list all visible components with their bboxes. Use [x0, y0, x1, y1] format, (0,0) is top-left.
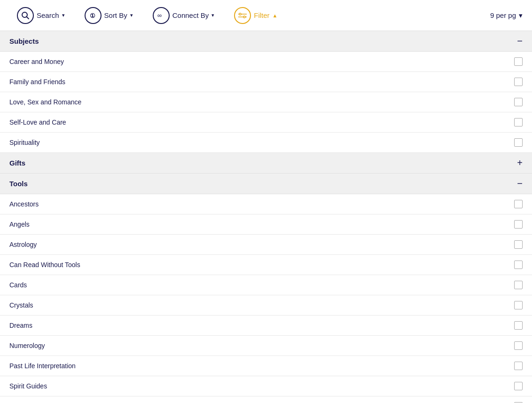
sortby-icon: ①	[89, 11, 97, 20]
connectby-label: Connect By	[172, 11, 209, 19]
filter-label-tools-9: Spirit Guides	[9, 382, 47, 390]
filter-row[interactable]: Love, Sex and Romance	[0, 92, 532, 112]
filter-label-tools-0: Ancestors	[9, 200, 39, 208]
filter-row[interactable]: Can Read Without Tools	[0, 255, 532, 275]
search-button[interactable]: Search ▾	[9, 3, 72, 28]
section-label-gifts: Gifts	[9, 159, 25, 167]
filter-checkbox-tools-2[interactable]	[514, 240, 523, 249]
filter-label-tools-8: Past Life Interpretation	[9, 362, 76, 370]
filter-row[interactable]: Ancestors	[0, 194, 532, 214]
section-label-tools: Tools	[9, 180, 28, 188]
search-chevron: ▾	[62, 12, 65, 18]
search-label: Search	[37, 11, 59, 19]
filter-checkbox-subjects-0[interactable]	[514, 57, 523, 66]
filter-row[interactable]: Astrology	[0, 235, 532, 255]
filter-checkbox-subjects-3[interactable]	[514, 118, 523, 126]
connectby-button[interactable]: ∞ Connect By ▾	[145, 3, 222, 28]
filter-icon	[238, 11, 247, 20]
filter-label-subjects-2: Love, Sex and Romance	[9, 98, 81, 106]
perpage-selector[interactable]: 9 per pg ▾	[490, 11, 523, 20]
filter-checkbox-tools-0[interactable]	[514, 200, 523, 208]
filter-label-subjects-0: Career and Money	[9, 58, 64, 65]
filter-checkbox-tools-9[interactable]	[514, 382, 523, 390]
filter-checkbox-subjects-2[interactable]	[514, 98, 523, 106]
filter-row[interactable]: Crystals	[0, 295, 532, 316]
filter-label-tools-6: Dreams	[9, 322, 32, 329]
section-header-tools[interactable]: Tools −	[0, 174, 532, 194]
filter-row[interactable]: Cards	[0, 275, 532, 295]
filter-row[interactable]: Self-Love and Care	[0, 112, 532, 133]
section-toggle-subjects: −	[517, 36, 523, 47]
filter-label-tools-4: Cards	[9, 281, 27, 289]
filter-row[interactable]: Family and Friends	[0, 72, 532, 92]
filter-checkbox-tools-7[interactable]	[514, 341, 523, 350]
svg-point-4	[239, 13, 241, 15]
section-header-subjects[interactable]: Subjects −	[0, 31, 532, 52]
filter-label-tools-2: Astrology	[9, 241, 37, 248]
svg-text:∞: ∞	[157, 12, 162, 19]
filter-label-subjects-3: Self-Love and Care	[9, 119, 66, 126]
filter-row[interactable]: Numerology	[0, 336, 532, 356]
filter-row[interactable]: Tarot	[0, 396, 532, 403]
filter-label-subjects-1: Family and Friends	[9, 78, 65, 86]
filter-checkbox-tools-3[interactable]	[514, 261, 523, 269]
filter-row[interactable]: Past Life Interpretation	[0, 356, 532, 376]
search-icon	[21, 11, 30, 20]
section-header-gifts[interactable]: Gifts +	[0, 153, 532, 174]
filter-label-tools-1: Angels	[9, 221, 30, 228]
filter-label-tools-3: Can Read Without Tools	[9, 261, 80, 269]
svg-point-5	[243, 16, 245, 18]
connectby-icon-circle: ∞	[153, 7, 170, 24]
section-toggle-gifts: +	[517, 158, 523, 168]
filter-label: Filter	[254, 11, 269, 19]
filter-checkbox-subjects-1[interactable]	[514, 78, 523, 86]
section-toggle-tools: −	[517, 178, 523, 189]
filter-list: Subjects − Career and Money Family and F…	[0, 31, 532, 403]
svg-line-1	[27, 16, 29, 19]
sortby-button[interactable]: ① Sort By ▾	[77, 3, 141, 28]
filter-checkbox-tools-6[interactable]	[514, 321, 523, 330]
connectby-chevron: ▾	[211, 12, 214, 18]
filter-chevron: ▲	[273, 13, 278, 18]
perpage-chevron: ▾	[519, 11, 523, 20]
filter-button[interactable]: Filter ▲	[227, 3, 285, 28]
filter-checkbox-tools-8[interactable]	[514, 362, 523, 370]
sortby-chevron: ▾	[130, 12, 133, 18]
filter-checkbox-subjects-4[interactable]	[514, 138, 523, 147]
svg-text:①: ①	[90, 12, 95, 19]
sortby-label: Sort By	[104, 11, 127, 19]
filter-icon-circle	[234, 7, 251, 24]
filter-checkbox-tools-5[interactable]	[514, 301, 523, 309]
toolbar: Search ▾ ① Sort By ▾ ∞ Connect By ▾	[0, 0, 532, 31]
sortby-icon-circle: ①	[85, 7, 102, 24]
filter-row[interactable]: Dreams	[0, 316, 532, 336]
filter-row[interactable]: Spirit Guides	[0, 376, 532, 396]
connectby-icon: ∞	[157, 11, 165, 20]
search-icon-circle	[17, 7, 34, 24]
filter-checkbox-tools-4[interactable]	[514, 281, 523, 289]
filter-row[interactable]: Spirituality	[0, 133, 532, 153]
perpage-label: 9 per pg	[490, 11, 516, 19]
filter-row[interactable]: Career and Money	[0, 52, 532, 72]
section-label-subjects: Subjects	[9, 37, 39, 45]
filter-row[interactable]: Angels	[0, 214, 532, 235]
filter-checkbox-tools-1[interactable]	[514, 220, 523, 229]
filter-label-tools-7: Numerology	[9, 342, 45, 349]
filter-label-subjects-4: Spirituality	[9, 139, 40, 146]
filter-label-tools-5: Crystals	[9, 301, 33, 309]
